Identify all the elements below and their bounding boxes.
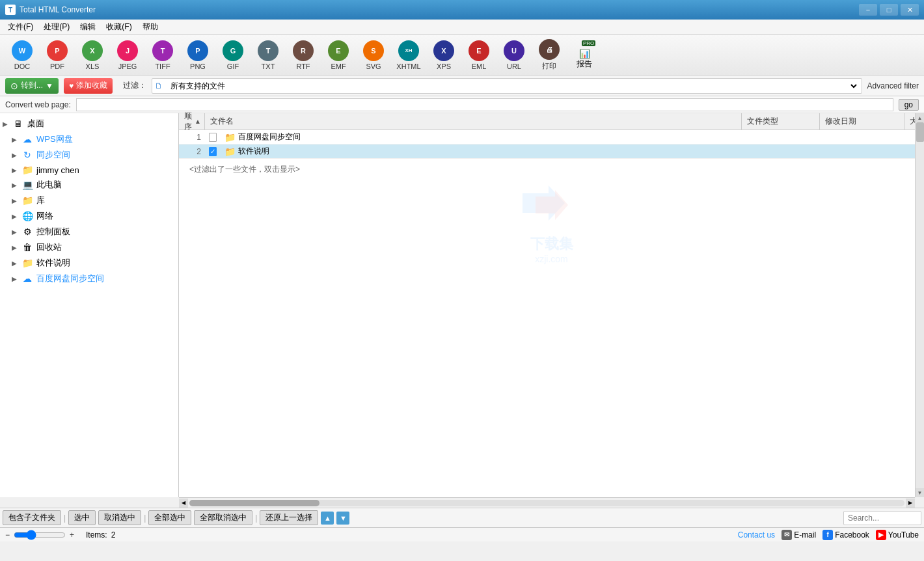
row-check-1[interactable] xyxy=(205,133,221,142)
menu-file[interactable]: 文件(F) xyxy=(3,20,38,34)
tree-item-network[interactable]: ▶ 🌐 网络 xyxy=(0,208,178,224)
tree-item-computer[interactable]: ▶ 💻 此电脑 xyxy=(0,177,178,193)
row-num-2: 2 xyxy=(179,147,205,156)
bookmark-button[interactable]: ♥ 添加收藏 xyxy=(64,78,113,94)
jpeg-label: JPEG xyxy=(118,62,137,70)
rtf-label: RTF xyxy=(296,62,310,70)
tree-arrow-recycle: ▶ xyxy=(12,244,21,251)
facebook-link[interactable]: f Facebook xyxy=(822,530,869,540)
advanced-filter-link[interactable]: Advanced filter xyxy=(867,81,919,90)
scroll-track xyxy=(916,122,924,488)
select-button[interactable]: 选中 xyxy=(68,510,96,525)
scroll-thumb[interactable] xyxy=(916,122,924,142)
checkbox-2[interactable]: ✓ xyxy=(209,147,217,156)
select-all-button[interactable]: 全部选中 xyxy=(148,510,191,525)
tree-item-library[interactable]: ▶ 📁 库 xyxy=(0,193,178,208)
toolbar-url[interactable]: U URL xyxy=(497,38,531,73)
desktop-icon: 🖥 xyxy=(12,118,25,129)
tree-item-baidu[interactable]: ▶ ☁ 百度网盘同步空间 xyxy=(0,271,178,286)
zoom-out-icon[interactable]: − xyxy=(5,530,10,540)
restore-button[interactable]: 还原上一选择 xyxy=(260,510,318,525)
row-check-2[interactable]: ✓ xyxy=(205,147,221,156)
tree-label-desktop: 桌面 xyxy=(27,118,44,130)
toolbar-eml[interactable]: E EML xyxy=(462,38,496,73)
main-toolbar: W DOC P PDF X XLS J JPEG T TIFF P PNG G … xyxy=(0,35,924,75)
scroll-up-button[interactable]: ▲ xyxy=(916,113,925,122)
contact-link[interactable]: Contact us xyxy=(738,530,775,540)
filename-2: 软件说明 xyxy=(238,146,269,157)
scroll-left-button[interactable]: ◀ xyxy=(179,499,188,508)
tree-arrow-wps: ▶ xyxy=(12,136,21,143)
tree-item-controlpanel[interactable]: ▶ ⚙ 控制面板 xyxy=(0,224,178,239)
menu-bookmark[interactable]: 收藏(F) xyxy=(101,20,137,34)
menu-help[interactable]: 帮助 xyxy=(137,20,163,34)
toolbar-jpeg[interactable]: J JPEG xyxy=(111,38,144,73)
items-count: 2 xyxy=(111,530,116,540)
toolbar-xls[interactable]: X XLS xyxy=(75,38,109,73)
minimize-button[interactable]: − xyxy=(859,4,877,16)
tree-item-software[interactable]: ▶ 📁 软件说明 xyxy=(0,255,178,271)
filter-message[interactable]: <过滤出了一些文件，双击显示> xyxy=(179,159,924,180)
zoom-slider[interactable] xyxy=(14,530,66,540)
close-button[interactable]: ✕ xyxy=(901,4,919,16)
nav-down-button[interactable]: ▼ xyxy=(336,512,349,525)
svg-icon: S xyxy=(363,40,384,61)
toolbar-print[interactable]: 🖨 打印 xyxy=(532,38,566,73)
tree-label-recycle: 回收站 xyxy=(36,241,62,253)
tree-item-recycle[interactable]: ▶ 🗑 回收站 xyxy=(0,239,178,255)
toolbar-txt[interactable]: T TXT xyxy=(251,38,285,73)
toolbar-rtf[interactable]: R RTF xyxy=(286,38,320,73)
pdf-label: PDF xyxy=(50,62,64,70)
tree-item-wps[interactable]: ▶ ☁ WPS网盘 xyxy=(0,131,178,147)
convert-icon: ⊙ xyxy=(10,81,18,91)
toolbar-doc[interactable]: W DOC xyxy=(5,38,39,73)
toolbar-tiff[interactable]: T TIFF xyxy=(146,38,180,73)
emf-icon: E xyxy=(328,40,349,61)
tree-label-library: 库 xyxy=(36,195,45,206)
menu-edit[interactable]: 编辑 xyxy=(75,20,101,34)
pdf-icon: P xyxy=(47,40,68,61)
toolbar-xps[interactable]: X XPS xyxy=(427,38,461,73)
toolbar-png[interactable]: P PNG xyxy=(181,38,215,73)
table-row[interactable]: 2 ✓ 📁 软件说明 xyxy=(179,144,924,159)
deselect-button[interactable]: 取消选中 xyxy=(98,510,141,525)
toolbar-svg[interactable]: S SVG xyxy=(357,38,390,73)
tree-item-jimmy[interactable]: ▶ 📁 jimmy chen xyxy=(0,163,178,177)
search-input[interactable] xyxy=(843,511,921,525)
toolbar-emf[interactable]: E EMF xyxy=(321,38,355,73)
toolbar-xhtml[interactable]: XH XHTML xyxy=(392,38,426,73)
checkbox-1[interactable] xyxy=(209,133,217,142)
app-title: Total HTML Converter xyxy=(20,5,96,14)
tree-item-desktop[interactable]: ▶ 🖥 桌面 xyxy=(0,116,178,131)
scroll-down-button[interactable]: ▼ xyxy=(916,488,925,497)
watermark-text: 下载集 xyxy=(513,234,591,254)
action-toolbar: ⊙ 转到... ▼ ♥ 添加收藏 过滤： 🗋 所有支持的文件 Advanced … xyxy=(0,75,924,96)
nav-up-button[interactable]: ▲ xyxy=(321,512,334,525)
sort-icon: ▲ xyxy=(195,118,201,125)
maximize-button[interactable]: □ xyxy=(880,4,898,16)
toolbar-report[interactable]: PRO 📊 报告 xyxy=(567,40,601,70)
toolbar-pdf[interactable]: P PDF xyxy=(40,38,74,73)
menu-process[interactable]: 处理(P) xyxy=(38,20,75,34)
table-row[interactable]: 1 📁 百度网盘同步空间 xyxy=(179,130,924,144)
go-button[interactable]: go xyxy=(899,99,919,111)
youtube-link[interactable]: ▶ YouTube xyxy=(876,530,919,540)
filter-select[interactable]: 所有支持的文件 xyxy=(165,79,859,93)
hscroll-thumb[interactable] xyxy=(189,500,319,506)
eml-icon: E xyxy=(469,40,489,61)
menu-bar: 文件(F) 处理(P) 编辑 收藏(F) 帮助 xyxy=(0,20,924,35)
include-subfolders-button[interactable]: 包含子文件夹 xyxy=(3,510,61,525)
filter-container: 🗋 所有支持的文件 xyxy=(152,78,862,94)
youtube-icon: ▶ xyxy=(876,530,886,540)
web-input[interactable] xyxy=(76,98,893,111)
scroll-right-button[interactable]: ▶ xyxy=(906,499,915,508)
pro-badge: PRO xyxy=(582,40,595,46)
filename-1: 百度网盘同步空间 xyxy=(238,131,301,143)
zoom-in-icon[interactable]: + xyxy=(70,530,74,540)
tree-item-sync[interactable]: ▶ ↻ 同步空间 xyxy=(0,147,178,163)
email-link[interactable]: ✉ E-mail xyxy=(781,530,816,540)
convert-button[interactable]: ⊙ 转到... ▼ xyxy=(5,78,59,94)
toolbar-gif[interactable]: G GIF xyxy=(216,38,250,73)
deselect-all-button[interactable]: 全部取消选中 xyxy=(194,510,252,525)
web-row: Convert web page: go xyxy=(0,96,924,113)
